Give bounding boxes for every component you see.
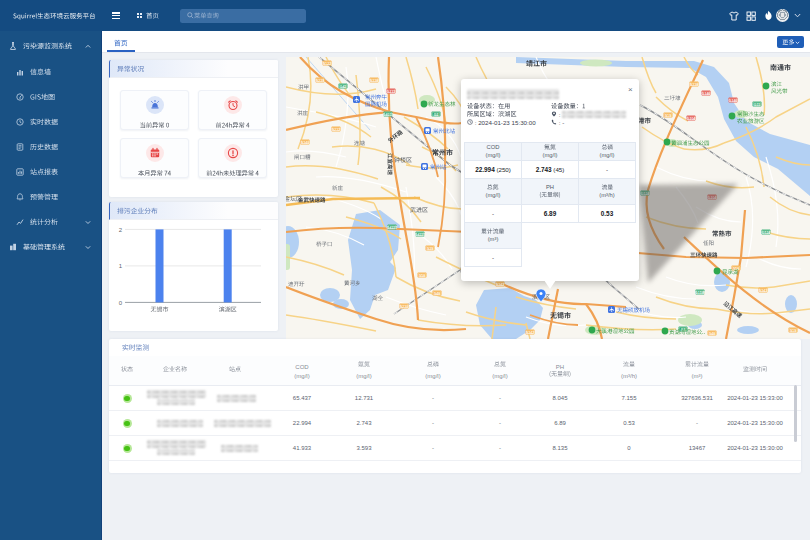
svg-text:G233: G233 (387, 90, 396, 94)
svg-text:S340: S340 (301, 141, 309, 145)
svg-text:S239: S239 (316, 79, 324, 83)
svg-text:0: 0 (119, 300, 123, 306)
svg-text:S122: S122 (323, 62, 331, 66)
svg-text:S342: S342 (496, 283, 504, 287)
svg-text:S48: S48 (434, 292, 440, 296)
svg-text:G346: G346 (729, 99, 738, 103)
svg-text:G42: G42 (340, 85, 347, 89)
svg-text:S230: S230 (400, 305, 408, 309)
svg-text:G346: G346 (702, 92, 711, 96)
svg-text:1: 1 (119, 263, 123, 269)
svg-text:S58: S58 (419, 274, 425, 278)
svg-text:G4221: G4221 (387, 226, 398, 230)
svg-text:G2: G2 (434, 113, 439, 117)
svg-text:G15W: G15W (695, 291, 706, 295)
svg-text:S19: S19 (665, 114, 671, 118)
svg-text:2: 2 (119, 227, 123, 233)
svg-text:S232: S232 (332, 128, 340, 132)
svg-text:S338: S338 (370, 79, 378, 83)
svg-text:S39: S39 (427, 247, 433, 251)
svg-text:S338: S338 (690, 83, 698, 87)
svg-text:S342: S342 (526, 331, 534, 335)
svg-text:G4011: G4011 (383, 113, 393, 117)
svg-text:S343: S343 (759, 289, 767, 293)
svg-text:S19: S19 (790, 329, 796, 333)
svg-text:G204: G204 (687, 117, 696, 121)
svg-text:G4221: G4221 (415, 233, 426, 237)
svg-text:S48: S48 (709, 332, 715, 336)
svg-text:G15: G15 (754, 103, 761, 107)
svg-text:G524: G524 (762, 231, 771, 235)
